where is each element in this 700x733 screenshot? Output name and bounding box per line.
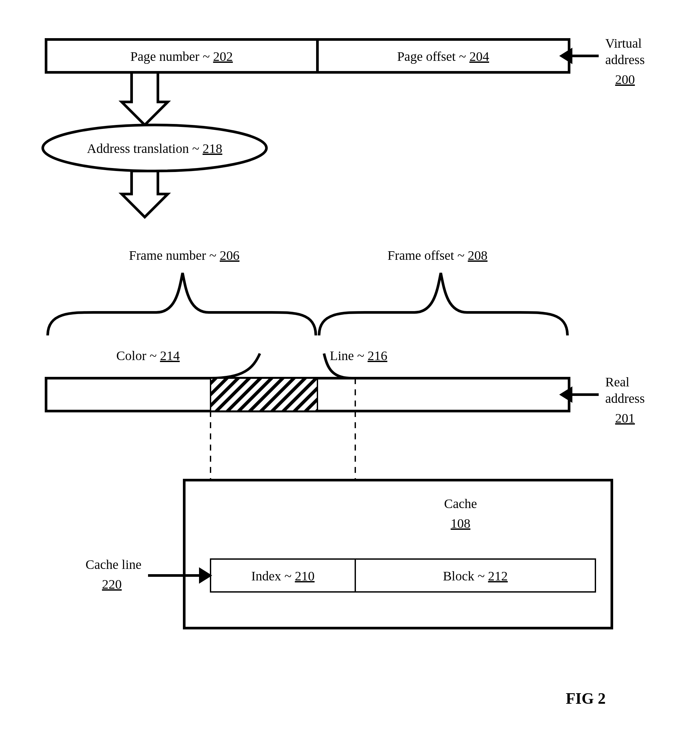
svg-text:Cache: Cache bbox=[444, 496, 477, 511]
page-offset-label: Page offset ~ 204 bbox=[397, 49, 489, 64]
line-label: Line ~ 216 bbox=[324, 348, 387, 378]
svg-text:address: address bbox=[605, 391, 645, 406]
svg-text:220: 220 bbox=[102, 577, 122, 592]
svg-text:Address translation ~ 218: Address translation ~ 218 bbox=[87, 141, 222, 156]
svg-text:address: address bbox=[605, 52, 645, 67]
svg-text:Virtual: Virtual bbox=[605, 36, 642, 51]
svg-text:Frame offset ~ 208: Frame offset ~ 208 bbox=[387, 248, 487, 263]
svg-rect-0 bbox=[46, 40, 569, 72]
svg-text:201: 201 bbox=[615, 411, 635, 426]
svg-text:200: 200 bbox=[615, 72, 635, 87]
virtual-address-bar: Page number ~ 202 Page offset ~ 204 bbox=[46, 40, 569, 72]
arrow-translation-to-real bbox=[122, 171, 168, 217]
svg-text:Block ~ 212: Block ~ 212 bbox=[443, 568, 507, 583]
address-translation: Address translation ~ 218 bbox=[43, 125, 266, 171]
real-address-side-label: Real address 201 bbox=[559, 375, 645, 426]
svg-text:Index ~ 210: Index ~ 210 bbox=[251, 568, 315, 583]
svg-text:Line ~ 216: Line ~ 216 bbox=[330, 348, 387, 363]
color-label: Color ~ 214 bbox=[116, 348, 260, 378]
svg-text:Cache line: Cache line bbox=[85, 557, 141, 572]
svg-rect-22 bbox=[184, 480, 612, 628]
page-number-label: Page number ~ 202 bbox=[130, 49, 233, 64]
frame-number-label: Frame number ~ 206 bbox=[129, 248, 240, 263]
color-region bbox=[210, 378, 318, 411]
frame-offset-label: Frame offset ~ 208 bbox=[387, 248, 487, 263]
figure-label: FIG 2 bbox=[566, 690, 606, 707]
virtual-address-side-label: Virtual address 200 bbox=[559, 36, 645, 87]
real-address-bar bbox=[46, 378, 569, 411]
diagram: Page number ~ 202 Page offset ~ 204 Virt… bbox=[0, 0, 700, 733]
svg-text:108: 108 bbox=[451, 516, 471, 531]
svg-text:Color ~ 214: Color ~ 214 bbox=[116, 348, 180, 363]
cache-box: Cache 108 Index ~ 210 Block ~ 212 bbox=[184, 480, 612, 628]
svg-text:Frame number ~ 206: Frame number ~ 206 bbox=[129, 248, 240, 263]
arrow-page-to-translation bbox=[122, 72, 168, 125]
svg-text:Real: Real bbox=[605, 375, 629, 389]
brace-frame-number bbox=[48, 273, 316, 335]
brace-frame-offset bbox=[319, 273, 568, 335]
